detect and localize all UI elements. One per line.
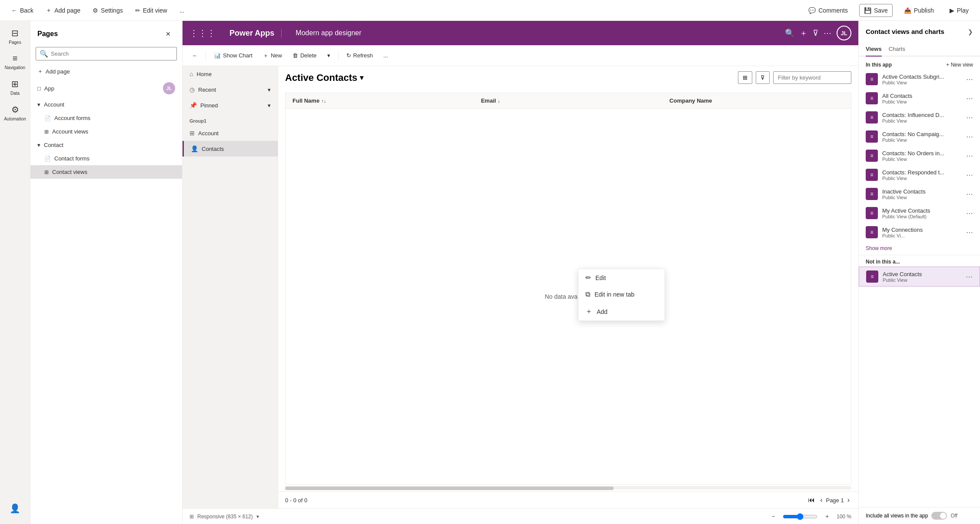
more-icon[interactable]: ⋯ [966, 273, 973, 281]
dropdown-button[interactable]: ▾ [323, 50, 335, 61]
delete-button[interactable]: 🗑 Delete [288, 50, 321, 61]
sidenav-item-account[interactable]: ⊞ Account [183, 125, 278, 141]
edit-view-button[interactable]: ✏ Edit view [131, 4, 172, 17]
view-name: Active Contacts [883, 271, 961, 277]
include-all-label: Include all views in the app [866, 513, 928, 519]
menu-item-edit-new-tab[interactable]: ⧉ Edit in new tab [578, 286, 664, 303]
right-panel-header: Contact views and charts ❯ [859, 21, 980, 42]
toolbar-more-button[interactable]: ... [379, 50, 392, 61]
title-chevron-icon[interactable]: ▾ [360, 73, 363, 82]
include-all-row: Include all views in the app Off [859, 507, 980, 524]
pa-plus-button[interactable]: ＋ [800, 28, 807, 38]
pa-more-button[interactable]: ⋯ [824, 28, 831, 38]
sidenav-item-recent[interactable]: ◷ Recent ▾ [183, 82, 278, 97]
view-item-my-active-contacts[interactable]: ≡ My Active Contacts Public View (Defaul… [859, 204, 980, 223]
canvas-back-button[interactable]: ← [188, 50, 202, 61]
sidenav-item-home[interactable]: ⌂ Home [183, 66, 278, 82]
view-item-contacts-responded[interactable]: ≡ Contacts: Responded t... Public View ⋯ [859, 165, 980, 184]
nav-tree: □ App JL ▾ Account 📄 Account forms ⊞ Acc… [30, 79, 182, 524]
tab-views[interactable]: Views [866, 42, 882, 57]
tab-charts[interactable]: Charts [889, 42, 905, 57]
view-item-contacts-no-orders[interactable]: ≡ Contacts: No Orders in... Public View … [859, 146, 980, 165]
add-page-nav-button[interactable]: ＋ Add page [30, 64, 182, 79]
pagination-range: 0 - 0 of 0 [285, 497, 307, 504]
view-item-all-contacts[interactable]: ≡ All Contacts Public View ⋯ [859, 89, 980, 108]
menu-item-add[interactable]: ＋ Add [578, 303, 664, 320]
menu-item-edit[interactable]: ✏ Edit [578, 269, 664, 286]
filter-input[interactable] [773, 71, 851, 84]
include-all-toggle[interactable] [931, 512, 947, 520]
nav-item-contact-forms[interactable]: 📄 Contact forms [30, 152, 182, 165]
more-button[interactable]: ... [175, 4, 189, 17]
more-icon[interactable]: ⋯ [966, 190, 973, 198]
view-type: Public View [882, 176, 962, 181]
settings-button[interactable]: ⚙ Settings [88, 4, 127, 17]
more-icon[interactable]: ⋯ [966, 228, 973, 237]
prev-page-button[interactable]: ‹ [818, 495, 824, 505]
zoom-in-button[interactable]: + [821, 511, 833, 522]
view-item-my-connections[interactable]: ≡ My Connections Public Vi... ⋯ [859, 223, 980, 242]
sidenav-item-pinned[interactable]: 📌 Pinned ▾ [183, 97, 278, 113]
pa-filter-button[interactable]: ⊽ [813, 28, 818, 38]
sidebar-item-data[interactable]: ⊞ Data [2, 75, 28, 99]
view-item-inactive-contacts[interactable]: ≡ Inactive Contacts Public View ⋯ [859, 184, 980, 204]
new-button[interactable]: ＋ New [259, 49, 286, 62]
pa-search-button[interactable]: 🔍 [785, 28, 794, 38]
scrollbar-thumb[interactable] [285, 487, 614, 490]
add-page-button[interactable]: ＋ Add page [41, 4, 85, 17]
more-icon[interactable]: ⋯ [966, 113, 973, 122]
view-item-active-contacts-subgrid[interactable]: ≡ Active Contacts Subgri... Public View … [859, 70, 980, 89]
canvas-toolbar: ← 📊 Show Chart ＋ New 🗑 Delete ▾ ↻ Refres… [183, 45, 858, 66]
play-button[interactable]: ▶ Play [945, 4, 973, 17]
pa-avatar[interactable]: JL [837, 26, 851, 40]
publish-button[interactable]: 📤 Publish [900, 4, 938, 17]
nav-item-app[interactable]: □ App JL [30, 79, 182, 98]
view-item-active-contacts[interactable]: ≡ Active Contacts Public View ⋯ [859, 267, 980, 287]
sidenav-item-contacts[interactable]: 👤 Contacts [183, 141, 278, 157]
more-icon[interactable]: ⋯ [966, 75, 973, 83]
show-more-button[interactable]: Show more [859, 242, 980, 255]
sidebar-item-pages[interactable]: ⊟ Pages [2, 24, 28, 48]
first-page-button[interactable]: ⏮ [806, 495, 817, 505]
view-item-contacts-no-campaign[interactable]: ≡ Contacts: No Campaig... Public View ⋯ [859, 127, 980, 146]
table-footer: 0 - 0 of 0 ⏮ ‹ Page 1 › [278, 491, 858, 508]
form-icon: 📄 [44, 156, 51, 162]
back-button[interactable]: ← Back [7, 4, 38, 17]
save-button[interactable]: 💾 Save [859, 4, 893, 17]
zoom-slider[interactable] [783, 513, 817, 520]
grid-menu-icon[interactable]: ⋮⋮⋮ [189, 28, 216, 38]
more-label: ... [179, 7, 185, 14]
pages-close-button[interactable]: ✕ [161, 28, 175, 40]
expand-icon[interactable]: ❯ [968, 28, 973, 35]
search-input[interactable] [51, 50, 173, 57]
sidebar-item-navigation[interactable]: ≡ Navigation [2, 50, 28, 73]
scrollbar-track[interactable] [285, 486, 851, 490]
refresh-button[interactable]: ↻ Refresh [342, 50, 378, 61]
view-icon: ≡ [866, 270, 878, 283]
sidebar-item-automation[interactable]: ⚙ Automation [2, 101, 28, 125]
show-chart-button[interactable]: 📊 Show Chart [209, 50, 257, 61]
new-view-button[interactable]: + New view [946, 62, 973, 68]
nav-item-account-views[interactable]: ⊞ Account views [30, 125, 182, 138]
col-full-name[interactable]: Full Name ↑↓ [286, 93, 474, 108]
sidebar-item-user[interactable]: 👤 [2, 500, 28, 517]
chevron-down-icon[interactable]: ▾ [256, 514, 259, 520]
nav-item-account-forms[interactable]: 📄 Account forms [30, 111, 182, 125]
nav-item-contact-views[interactable]: ⊞ Contact views [30, 165, 182, 179]
filter-button[interactable]: ⊽ [756, 71, 770, 84]
more-icon[interactable]: ⋯ [966, 171, 973, 179]
more-icon[interactable]: ⋯ [966, 94, 973, 103]
more-icon[interactable]: ⋯ [966, 133, 973, 141]
nav-item-account-group[interactable]: ▾ Account [30, 98, 182, 111]
chevron-down-icon: ▾ [268, 102, 271, 109]
view-item-contacts-influenced[interactable]: ≡ Contacts: Influenced D... Public View … [859, 108, 980, 127]
grid-view-button[interactable]: ⊞ [738, 71, 752, 84]
next-page-button[interactable]: › [846, 495, 851, 505]
more-icon[interactable]: ⋯ [966, 152, 973, 160]
zoom-out-button[interactable]: − [767, 511, 780, 522]
comments-button[interactable]: 💬 Comments [804, 4, 852, 17]
col-email[interactable]: Email ↓ [474, 93, 663, 108]
more-icon[interactable]: ⋯ [966, 209, 973, 217]
nav-item-contact-group[interactable]: ▾ Contact [30, 138, 182, 152]
col-company-name[interactable]: Company Name [662, 93, 851, 108]
